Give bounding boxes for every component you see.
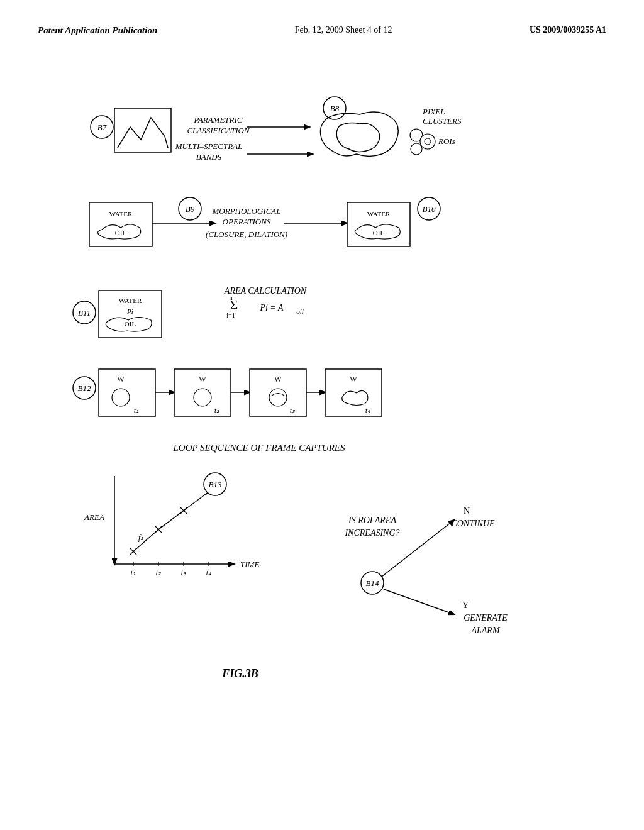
svg-rect-18 — [89, 202, 152, 246]
svg-text:n: n — [230, 294, 233, 301]
svg-text:PARAMETRIC: PARAMETRIC — [193, 115, 242, 124]
header: Patent Application Publication Feb. 12, … — [38, 25, 606, 36]
svg-text:FIG.3B: FIG.3B — [221, 667, 258, 680]
svg-text:CLUSTERS: CLUSTERS — [423, 116, 462, 126]
svg-text:B7: B7 — [97, 123, 107, 132]
svg-text:oil: oil — [296, 307, 304, 315]
svg-text:WATER: WATER — [119, 297, 142, 304]
svg-text:f₁: f₁ — [138, 533, 143, 542]
svg-text:ALARM: ALARM — [470, 626, 500, 635]
svg-text:WATER: WATER — [367, 210, 391, 218]
svg-point-14 — [420, 134, 435, 149]
svg-text:i=1: i=1 — [226, 312, 235, 319]
header-right: US 2009/0039255 A1 — [530, 25, 606, 35]
svg-text:CLASSIFICATION: CLASSIFICATION — [187, 126, 250, 135]
svg-text:GENERATE: GENERATE — [464, 613, 508, 622]
svg-text:B10: B10 — [423, 204, 436, 214]
svg-text:B9: B9 — [186, 204, 195, 214]
diagram-area: B7 PARAMETRIC CLASSIFICATION MULTI–SPECT… — [38, 61, 606, 784]
svg-text:t₄: t₄ — [206, 568, 211, 577]
svg-text:TIME: TIME — [240, 560, 259, 569]
header-left: Patent Application Publication — [38, 25, 157, 36]
svg-text:Pi: Pi — [126, 307, 133, 315]
svg-text:t₁: t₁ — [134, 406, 139, 415]
svg-text:B12: B12 — [78, 384, 91, 393]
page: Patent Application Publication Feb. 12, … — [0, 0, 644, 830]
svg-text:OIL: OIL — [373, 229, 385, 236]
svg-text:B11: B11 — [78, 308, 91, 318]
svg-rect-29 — [347, 202, 410, 246]
svg-text:t₂: t₂ — [156, 568, 162, 577]
svg-rect-48 — [99, 369, 155, 416]
svg-text:B13: B13 — [209, 480, 222, 489]
svg-text:W: W — [117, 375, 125, 384]
svg-line-97 — [384, 589, 454, 614]
svg-text:INCREASING?: INCREASING? — [344, 528, 399, 538]
svg-text:MORPHOLOGICAL: MORPHOLOGICAL — [211, 206, 280, 216]
svg-text:B14: B14 — [366, 578, 379, 588]
svg-text:N: N — [464, 506, 470, 516]
svg-text:Y: Y — [462, 600, 469, 610]
svg-point-15 — [411, 143, 422, 155]
svg-text:AREA CALCULATION: AREA CALCULATION — [224, 286, 307, 296]
svg-text:IS ROI AREA: IS ROI AREA — [348, 516, 396, 525]
svg-text:Pi  =  A: Pi = A — [259, 303, 284, 313]
svg-rect-2 — [114, 108, 171, 152]
svg-text:PIXEL: PIXEL — [422, 107, 445, 116]
svg-text:BANDS: BANDS — [196, 152, 222, 162]
svg-text:LOOP  SEQUENCE  OF  FRAME  CAP: LOOP SEQUENCE OF FRAME CAPTURES — [172, 443, 345, 453]
header-center: Feb. 12, 2009 Sheet 4 of 12 — [295, 25, 392, 35]
svg-text:W: W — [274, 375, 282, 384]
svg-text:CONTINUE: CONTINUE — [451, 519, 495, 528]
svg-text:AREA: AREA — [84, 512, 104, 522]
svg-text:W: W — [350, 375, 357, 384]
svg-text:OIL: OIL — [115, 229, 127, 236]
svg-text:B8: B8 — [330, 104, 340, 113]
svg-text:t₃: t₃ — [181, 568, 187, 577]
svg-text:ROIs: ROIs — [438, 136, 455, 146]
svg-text:OPERATIONS: OPERATIONS — [223, 217, 271, 226]
svg-text:OIL: OIL — [125, 320, 136, 328]
svg-text:t₃: t₃ — [290, 406, 296, 415]
svg-text:t₄: t₄ — [365, 406, 370, 415]
svg-text:WATER: WATER — [109, 210, 133, 218]
svg-text:t₂: t₂ — [214, 406, 220, 415]
svg-text:W: W — [199, 375, 206, 384]
svg-text:MULTI–SPECTRAL: MULTI–SPECTRAL — [175, 141, 243, 151]
svg-text:t₁: t₁ — [131, 568, 136, 577]
svg-text:(CLOSURE, DILATION): (CLOSURE, DILATION) — [206, 230, 287, 239]
